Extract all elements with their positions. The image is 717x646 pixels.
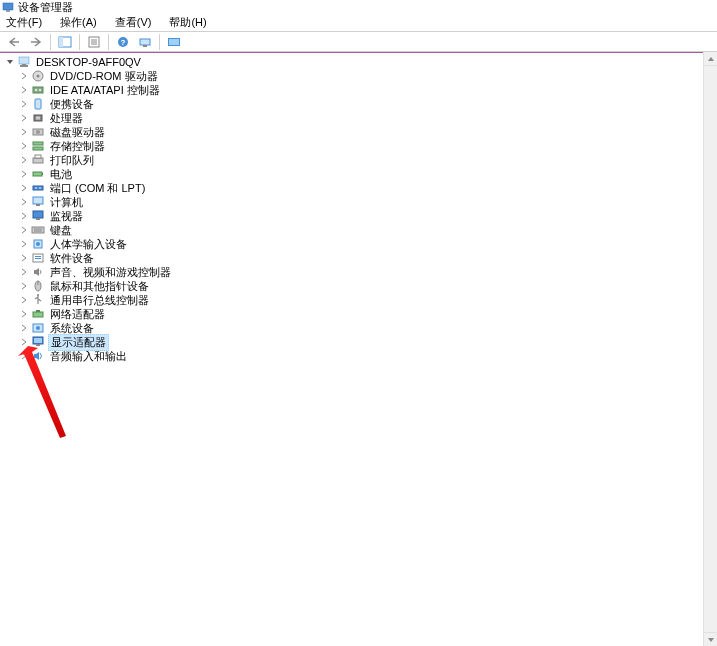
tree-item-label[interactable]: 电池 — [48, 167, 74, 182]
svg-point-54 — [36, 326, 40, 330]
expand-icon[interactable] — [18, 307, 30, 321]
expand-icon[interactable] — [18, 209, 30, 223]
tree-item[interactable]: 网络适配器 — [0, 307, 717, 321]
usb-icon — [30, 293, 46, 307]
scan-hardware-button[interactable] — [135, 33, 155, 51]
tree-root-node[interactable]: DESKTOP-9AFF0QV — [0, 55, 717, 69]
svg-point-20 — [35, 89, 37, 91]
display-icon — [30, 335, 46, 349]
disc-icon — [30, 69, 46, 83]
tree-item[interactable]: 人体学输入设备 — [0, 237, 717, 251]
expand-icon[interactable] — [18, 111, 30, 125]
expand-icon[interactable] — [18, 321, 30, 335]
tree-item[interactable]: 磁盘驱动器 — [0, 125, 717, 139]
software-icon — [30, 251, 46, 265]
expand-icon[interactable] — [18, 265, 30, 279]
tree-item[interactable]: 通用串行总线控制器 — [0, 293, 717, 307]
properties-button[interactable] — [84, 33, 104, 51]
tree-item[interactable]: 显示适配器 — [0, 335, 717, 349]
svg-rect-3 — [59, 37, 63, 47]
svg-rect-46 — [35, 256, 41, 257]
svg-rect-22 — [35, 99, 41, 109]
svg-rect-1 — [6, 10, 10, 12]
expand-icon[interactable] — [18, 251, 30, 265]
menu-view[interactable]: 查看(V) — [113, 14, 154, 31]
expand-icon[interactable] — [18, 139, 30, 153]
tree-item[interactable]: 便携设备 — [0, 97, 717, 111]
svg-point-21 — [39, 89, 41, 91]
expand-icon[interactable] — [18, 349, 30, 363]
show-hide-tree-button[interactable] — [55, 33, 75, 51]
menu-action[interactable]: 操作(A) — [58, 14, 99, 31]
expand-icon[interactable] — [18, 125, 30, 139]
svg-point-18 — [37, 75, 40, 78]
forward-button[interactable] — [26, 33, 46, 51]
tree-item[interactable]: 存储控制器 — [0, 139, 717, 153]
tree-item-label[interactable]: 便携设备 — [48, 97, 96, 112]
tree-item-label[interactable]: 计算机 — [48, 195, 85, 210]
tree-item-label[interactable]: 端口 (COM 和 LPT) — [48, 181, 147, 196]
back-button[interactable] — [4, 33, 24, 51]
expand-icon[interactable] — [18, 69, 30, 83]
tree-item-label[interactable]: 磁盘驱动器 — [48, 125, 107, 140]
tree-item[interactable]: 鼠标和其他指针设备 — [0, 279, 717, 293]
menu-bar: 文件(F) 操作(A) 查看(V) 帮助(H) — [0, 14, 717, 32]
root-label[interactable]: DESKTOP-9AFF0QV — [34, 56, 143, 68]
tree-item-label[interactable]: 键盘 — [48, 223, 74, 238]
menu-help[interactable]: 帮助(H) — [167, 14, 208, 31]
tree-item[interactable]: 端口 (COM 和 LPT) — [0, 181, 717, 195]
tree-item-label[interactable]: 软件设备 — [48, 251, 96, 266]
tree-item[interactable]: 处理器 — [0, 111, 717, 125]
expand-icon[interactable] — [18, 181, 30, 195]
tree-item-label[interactable]: 鼠标和其他指针设备 — [48, 279, 151, 294]
tree-item[interactable]: 键盘 — [0, 223, 717, 237]
svg-rect-33 — [33, 186, 43, 190]
tree-item-label[interactable]: 通用串行总线控制器 — [48, 293, 151, 308]
svg-rect-10 — [140, 39, 150, 45]
tree-item[interactable]: DVD/CD-ROM 驱动器 — [0, 69, 717, 83]
tree-item-label[interactable]: 网络适配器 — [48, 307, 107, 322]
expand-icon[interactable] — [18, 335, 30, 349]
tree-item[interactable]: 打印队列 — [0, 153, 717, 167]
storage-icon — [30, 139, 46, 153]
vertical-scrollbar[interactable] — [703, 52, 717, 646]
tree-item-label[interactable]: 处理器 — [48, 111, 85, 126]
tree-item-label[interactable]: 监视器 — [48, 209, 85, 224]
scroll-up-arrow-icon[interactable] — [704, 52, 717, 66]
tree-item-label[interactable]: 声音、视频和游戏控制器 — [48, 265, 173, 280]
tree-item-label[interactable]: 音频输入和输出 — [48, 349, 129, 364]
svg-rect-24 — [36, 117, 40, 120]
tree-item-label[interactable]: IDE ATA/ATAPI 控制器 — [48, 83, 162, 98]
expand-icon[interactable] — [18, 223, 30, 237]
tree-item[interactable]: 计算机 — [0, 195, 717, 209]
svg-rect-36 — [33, 197, 43, 204]
expand-icon[interactable] — [18, 97, 30, 111]
expand-icon[interactable] — [18, 279, 30, 293]
tree-item[interactable]: IDE ATA/ATAPI 控制器 — [0, 83, 717, 97]
expand-icon[interactable] — [18, 237, 30, 251]
expand-icon[interactable] — [18, 153, 30, 167]
tree-item-label[interactable]: 存储控制器 — [48, 139, 107, 154]
svg-rect-13 — [169, 39, 179, 45]
scroll-down-arrow-icon[interactable] — [704, 632, 717, 646]
menu-file[interactable]: 文件(F) — [4, 14, 44, 31]
help-button[interactable]: ? — [113, 33, 133, 51]
view-devices-button[interactable] — [164, 33, 184, 51]
expand-icon[interactable] — [18, 167, 30, 181]
toolbar-separator — [79, 34, 80, 50]
expand-icon[interactable] — [18, 293, 30, 307]
tree-item[interactable]: 电池 — [0, 167, 717, 181]
tree-item-label[interactable]: DVD/CD-ROM 驱动器 — [48, 69, 160, 84]
expand-icon[interactable] — [18, 195, 30, 209]
tree-item[interactable]: 监视器 — [0, 209, 717, 223]
svg-point-35 — [39, 187, 41, 189]
svg-rect-29 — [33, 158, 43, 163]
tree-item[interactable]: 声音、视频和游戏控制器 — [0, 265, 717, 279]
device-tree[interactable]: DESKTOP-9AFF0QV DVD/CD-ROM 驱动器IDE ATA/AT… — [0, 52, 717, 646]
tree-item-label[interactable]: 人体学输入设备 — [48, 237, 129, 252]
collapse-icon[interactable] — [4, 55, 16, 69]
tree-item-label[interactable]: 打印队列 — [48, 153, 96, 168]
tree-item[interactable]: 音频输入和输出 — [0, 349, 717, 363]
expand-icon[interactable] — [18, 83, 30, 97]
tree-item[interactable]: 软件设备 — [0, 251, 717, 265]
